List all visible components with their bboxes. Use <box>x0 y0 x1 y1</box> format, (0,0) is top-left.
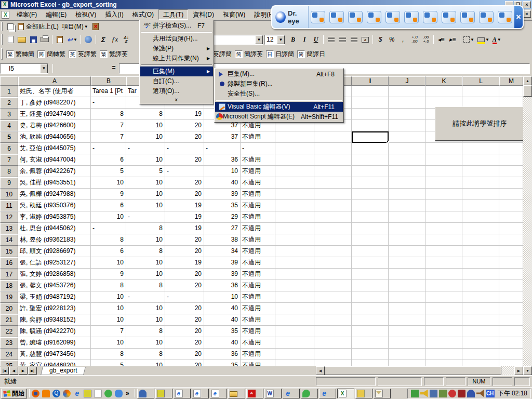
cell-I20[interactable] <box>352 303 389 314</box>
cell-F21[interactable]: 不適用 <box>241 314 275 326</box>
paste-button[interactable] <box>54 34 65 45</box>
chevron-down-icon[interactable]: ▼ <box>470 37 474 42</box>
column-header-M[interactable]: M <box>499 76 523 86</box>
cell-K1[interactable] <box>425 86 462 97</box>
cell-F14[interactable]: 不適用 <box>241 234 275 246</box>
row-header-2[interactable]: 2 <box>0 97 18 109</box>
media-player-icon[interactable] <box>63 390 71 397</box>
vertical-scrollbar[interactable]: ▲ ▼ <box>523 76 532 375</box>
cell-I16[interactable] <box>352 257 389 269</box>
cell-A23[interactable]: 曾, 婉璿 (d9162099) <box>18 337 91 349</box>
row-header-22[interactable]: 22 <box>0 326 18 337</box>
translate-簡轉繁[interactable]: 简簡轉繁 <box>36 49 67 59</box>
cell-M20[interactable] <box>499 303 523 314</box>
italic-button[interactable]: I <box>299 34 310 45</box>
menu-D[interactable]: 資料(D) <box>189 10 218 19</box>
cell-A20[interactable]: 許, 聖宏 (d9228123) <box>18 303 91 314</box>
dreye-close-button[interactable]: × <box>514 6 523 28</box>
cell-M18[interactable] <box>499 280 523 291</box>
row-header-16[interactable]: 16 <box>0 257 18 269</box>
taskbar-button-word[interactable]: W <box>264 389 282 398</box>
cell-M11[interactable] <box>499 200 523 211</box>
cell-L6[interactable] <box>462 143 499 154</box>
cell-K12[interactable] <box>425 211 462 223</box>
cell-D10[interactable]: 20 <box>165 189 204 200</box>
cell-M24[interactable] <box>499 349 523 360</box>
cell-F25[interactable]: 不適用 <box>241 360 275 366</box>
cell-F20[interactable]: 不適用 <box>241 303 275 314</box>
translate-繁譯英[interactable]: 繁繁譯英 <box>98 49 129 59</box>
cell-D17[interactable]: 20 <box>165 269 204 280</box>
taskbar-button-ie-doc[interactable] <box>174 389 191 398</box>
cell-B25[interactable]: 5 <box>91 360 126 366</box>
dreye-compose-icon[interactable] <box>498 11 512 23</box>
no-entry-icon[interactable] <box>448 390 456 397</box>
cell-K16[interactable] <box>425 257 462 269</box>
cell-M22[interactable] <box>499 326 523 337</box>
cell-E12[interactable]: 29 <box>204 211 241 223</box>
cell-G19[interactable] <box>275 291 314 303</box>
cell-E21[interactable]: 40 <box>204 314 241 326</box>
cell-B10[interactable]: 9 <box>91 189 126 200</box>
cell-J20[interactable] <box>389 303 425 314</box>
cell-C12[interactable]: - <box>126 211 165 223</box>
dreye-search-icon[interactable] <box>479 11 494 23</box>
cell-L23[interactable] <box>462 337 499 349</box>
cell-C10[interactable]: 10 <box>126 189 165 200</box>
cell-B16[interactable]: 10 <box>91 257 126 269</box>
first-sheet-icon[interactable]: |◀ <box>0 367 9 375</box>
cell-F11[interactable]: 不適用 <box>241 200 275 211</box>
cell-E16[interactable]: 39 <box>204 257 241 269</box>
cell-B6[interactable]: - <box>91 143 126 154</box>
cell-F19[interactable]: 不適用 <box>241 291 275 303</box>
cell-B2[interactable]: - <box>91 97 126 109</box>
cell-M17[interactable] <box>499 269 523 280</box>
cell-D18[interactable]: 20 <box>165 280 204 291</box>
cell-I14[interactable] <box>352 234 389 246</box>
cell-I23[interactable] <box>352 337 389 349</box>
cell-C8[interactable]: 5 <box>126 166 165 177</box>
translate-簡譯英[interactable]: 简簡譯英 <box>233 49 264 59</box>
insert-hyperlink-button[interactable] <box>83 34 94 45</box>
cell-C14[interactable]: 10 <box>126 234 165 246</box>
cell-H9[interactable] <box>314 177 352 189</box>
cell-D15[interactable]: 20 <box>165 246 204 257</box>
translate-英譯繁[interactable]: 英英譯繁 <box>67 49 98 59</box>
cell-I24[interactable] <box>352 349 389 360</box>
cell-F18[interactable]: 不適用 <box>241 280 275 291</box>
volume-icon[interactable] <box>420 390 428 397</box>
column-header-J[interactable]: J <box>389 76 425 86</box>
dreye-mail-icon[interactable] <box>404 11 419 23</box>
cell-A22[interactable]: 陳, 毓涵 (d9422270) <box>18 326 91 337</box>
cell-B22[interactable]: 7 <box>91 326 126 337</box>
cell-B19[interactable]: 10 <box>91 291 126 303</box>
column-header-B[interactable]: B <box>91 76 126 86</box>
underline-button[interactable]: U <box>310 34 322 45</box>
cell-C11[interactable]: 10 <box>126 200 165 211</box>
column-header-L[interactable]: L <box>462 76 499 86</box>
taskbar-button-user[interactable] <box>137 389 154 398</box>
cell-G6[interactable] <box>275 143 314 154</box>
cell-I19[interactable] <box>352 291 389 303</box>
fax-icon[interactable] <box>411 390 419 397</box>
cell-C4[interactable]: 10 <box>126 120 165 131</box>
cell-B21[interactable]: 10 <box>91 314 126 326</box>
cell-G15[interactable] <box>275 246 314 257</box>
cell-E22[interactable]: 35 <box>204 326 241 337</box>
align-center-button[interactable] <box>337 34 348 45</box>
cell-I22[interactable] <box>352 326 389 337</box>
cell-C6[interactable]: - <box>126 143 165 154</box>
row-header-1[interactable]: 1 <box>0 86 18 97</box>
taskbar-button-ie-doc[interactable] <box>210 389 227 398</box>
menu-E[interactable]: 編輯(E) <box>42 10 71 19</box>
cell-L15[interactable] <box>462 246 499 257</box>
cell-K19[interactable] <box>425 291 462 303</box>
cell-M19[interactable] <box>499 291 523 303</box>
row-header-10[interactable]: 10 <box>0 189 18 200</box>
cell-G18[interactable] <box>275 280 314 291</box>
row-header-14[interactable]: 14 <box>0 234 18 246</box>
bold-button[interactable]: B <box>287 34 299 45</box>
cell-E23[interactable]: 40 <box>204 337 241 349</box>
cell-K23[interactable] <box>425 337 462 349</box>
cell-E15[interactable]: 34 <box>204 246 241 257</box>
